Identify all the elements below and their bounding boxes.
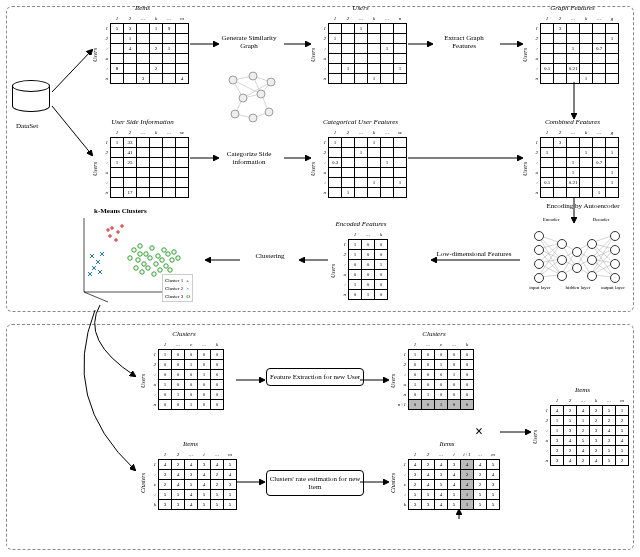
- svg-point-122: [176, 256, 180, 260]
- label-clustering: Clustering: [240, 252, 300, 260]
- label-feature-new-user: Feature Extraction for new User: [266, 368, 364, 386]
- svg-line-76: [84, 292, 108, 302]
- svg-point-35: [231, 110, 239, 118]
- similarity-graph-illustration: [225, 70, 280, 125]
- svg-point-107: [136, 258, 140, 262]
- matrix-items-clusters: ItemsClusters12…i…m1424345:343424c245423…: [144, 450, 237, 510]
- svg-point-33: [239, 94, 247, 102]
- svg-point-104: [150, 246, 154, 250]
- matrix-combined-features: Combined FeaturesUsers12…k…g132111:10.7u…: [526, 128, 619, 198]
- label-cluster-rate-new-item: Clusters' rate estimation for new Item: [266, 470, 364, 496]
- svg-point-32: [267, 78, 275, 86]
- svg-point-102: [138, 244, 142, 248]
- matrix-result-items: ItemsUsers12…k…m14242512151222:132345u34…: [536, 396, 629, 466]
- matrix-items-clusters-ext: ItemsClusters12…ii+1…m14243445:3434224c2…: [394, 450, 500, 510]
- svg-point-112: [166, 252, 170, 256]
- svg-point-115: [146, 266, 150, 270]
- svg-point-124: [138, 252, 142, 256]
- dataset-icon: [12, 80, 52, 120]
- svg-point-109: [148, 256, 152, 260]
- svg-point-31: [249, 72, 257, 80]
- svg-point-111: [160, 258, 164, 262]
- svg-point-110: [154, 262, 158, 266]
- multiply-symbol: ×: [475, 424, 483, 440]
- matrix-categorical-features: Categorical User FeaturesUsers12…k…sc111…: [314, 128, 407, 198]
- svg-point-114: [140, 270, 144, 274]
- label-encoding: Encoding by Autoencoder: [538, 202, 628, 210]
- svg-point-37: [249, 114, 257, 122]
- matrix-users: UsersUsers12…k…n1121:1u:11n1: [314, 14, 407, 84]
- svg-point-121: [172, 250, 176, 254]
- svg-point-117: [158, 268, 162, 272]
- label-extract-graph: Extract Graph Features: [434, 34, 494, 50]
- matrix-encoded-features: Encoded FeaturesUsers1…k11002100:001u000…: [334, 230, 388, 300]
- dataset-label: DataSet: [16, 122, 38, 130]
- svg-point-119: [170, 258, 174, 262]
- scatter-plot: k-Means Clusters: [70, 210, 200, 305]
- svg-point-30: [229, 76, 237, 84]
- svg-point-36: [265, 108, 273, 116]
- svg-point-106: [162, 248, 166, 252]
- svg-point-105: [156, 254, 160, 258]
- autoencoder-illustration: Encoder Decoder input layer hidden layer…: [526, 225, 626, 295]
- svg-point-101: [132, 248, 136, 252]
- matrix-clusters-users: ClustersUsers1…c…k110000200100:00010u100…: [144, 340, 224, 410]
- svg-point-118: [164, 264, 168, 268]
- svg-point-120: [128, 256, 132, 260]
- label-gen-graph: Generate Similarity Graph: [219, 34, 279, 50]
- matrix-user-side-info: User Side InformationUsers12…k…sc1133241…: [96, 128, 189, 198]
- label-lowdim: Low-dimensional Features: [434, 250, 514, 258]
- label-categorize: Categorize Side information: [219, 150, 279, 166]
- matrix-items: ItemsUsers12…k…m1531921:421u:82n34: [96, 14, 189, 84]
- svg-point-103: [144, 252, 148, 256]
- matrix-graph-features: Graph FeaturesUsers12…k…g1321:10.7u:0.10…: [526, 14, 619, 84]
- svg-point-108: [142, 262, 146, 266]
- svg-point-34: [257, 90, 265, 98]
- svg-point-116: [152, 272, 156, 276]
- matrix-clusters-users-ext: ClustersUsers1…c…k110000200100:00010u100…: [394, 340, 474, 410]
- svg-point-113: [134, 266, 138, 270]
- svg-point-123: [168, 268, 172, 272]
